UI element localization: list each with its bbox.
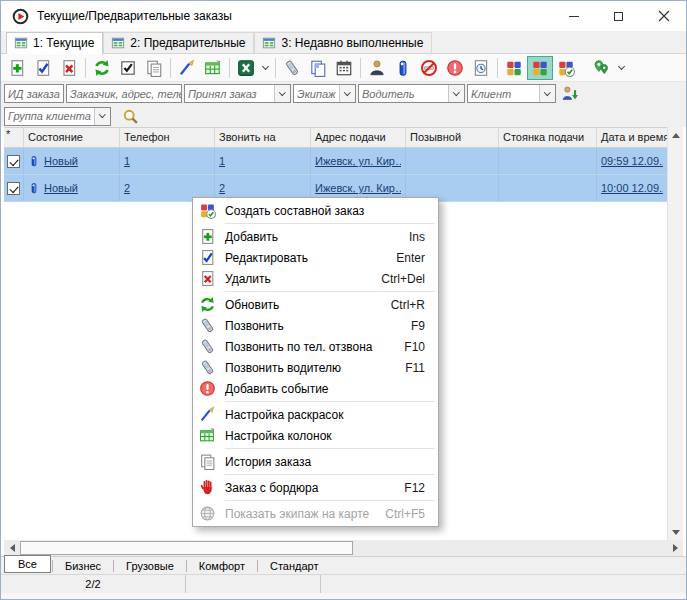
call-button[interactable] bbox=[279, 56, 305, 80]
add-order-button[interactable] bbox=[4, 56, 30, 80]
category-tab-comfort[interactable]: Комфорт bbox=[188, 558, 256, 574]
menu-item-call-callback[interactable]: Позвонить по тел. отзвона F10 bbox=[193, 336, 438, 357]
accepted-by-filter-combo[interactable]: Принял заказ bbox=[184, 84, 291, 103]
delete-order-button[interactable] bbox=[56, 56, 82, 80]
tab-preliminary-orders[interactable]: 2: Предварительные bbox=[103, 32, 254, 53]
export-excel-button[interactable] bbox=[233, 56, 259, 80]
refresh-button[interactable] bbox=[89, 56, 115, 80]
scroll-left-button[interactable] bbox=[4, 540, 20, 556]
menu-item-add-event[interactable]: Добавить событие bbox=[193, 378, 438, 399]
crews-on-map-button[interactable] bbox=[527, 56, 553, 80]
export-excel-dropdown[interactable] bbox=[259, 56, 272, 80]
scroll-up-button[interactable] bbox=[668, 127, 683, 143]
column-header-address[interactable]: Адрес подачи bbox=[311, 128, 406, 147]
row-checkbox[interactable] bbox=[7, 155, 20, 168]
operator-button[interactable] bbox=[364, 56, 390, 80]
column-header-stand[interactable]: Стоянка подачи bbox=[499, 128, 597, 147]
copy-phone-button[interactable] bbox=[305, 56, 331, 80]
datetime-link[interactable]: 10:00 12.09.2 bbox=[601, 182, 663, 194]
vertical-scroll-track[interactable] bbox=[668, 143, 683, 524]
menu-item-call-driver[interactable]: Позвонить водителю F11 bbox=[193, 357, 438, 378]
search-button[interactable] bbox=[119, 106, 141, 126]
menu-item-label: История заказа bbox=[225, 455, 416, 469]
crew-status-button[interactable] bbox=[553, 56, 579, 80]
crews-button[interactable] bbox=[501, 56, 527, 80]
order-id-filter-input[interactable]: ИД заказа bbox=[4, 84, 64, 103]
menu-item-refresh[interactable]: Обновить Ctrl+R bbox=[193, 294, 438, 315]
call-to-link[interactable]: 1 bbox=[219, 155, 225, 167]
menu-item-edit[interactable]: Редактировать Enter bbox=[193, 247, 438, 268]
menu-item-create-composite-order[interactable]: Создать составной заказ bbox=[193, 200, 438, 221]
menu-item-order-history[interactable]: История заказа bbox=[193, 451, 438, 472]
add-event-button[interactable] bbox=[442, 56, 468, 80]
category-tab-cargo[interactable]: Грузовые bbox=[115, 558, 185, 574]
column-header-datetime[interactable]: Дата и время bbox=[597, 128, 667, 147]
refresh-icon bbox=[93, 59, 111, 77]
phone-icon bbox=[199, 359, 216, 376]
menu-item-column-settings[interactable]: Настройка колонок bbox=[193, 425, 438, 446]
column-header-status[interactable]: Состояние bbox=[24, 128, 120, 147]
column-header-phone[interactable]: Телефон bbox=[120, 128, 215, 147]
customer-filter-input[interactable]: Заказчик, адрес, телеф bbox=[66, 84, 182, 103]
menu-item-color-settings[interactable]: Настройка раскрасок bbox=[193, 404, 438, 425]
client-lookup-button[interactable] bbox=[558, 84, 580, 104]
driver-filter-value: Водитель bbox=[359, 88, 448, 100]
dropdown-arrow-icon[interactable] bbox=[274, 85, 290, 102]
geo-pins-button[interactable] bbox=[589, 56, 615, 80]
block-client-button[interactable] bbox=[416, 56, 442, 80]
category-tab-business[interactable]: Бизнес bbox=[54, 558, 112, 574]
menu-item-call[interactable]: Позвонить F9 bbox=[193, 315, 438, 336]
category-tab-standard[interactable]: Стандарт bbox=[259, 558, 330, 574]
edit-order-button[interactable] bbox=[30, 56, 56, 80]
close-button[interactable] bbox=[641, 1, 686, 31]
crew-filter-combo[interactable]: Экипаж bbox=[293, 84, 356, 103]
dropdown-arrow-icon[interactable] bbox=[539, 85, 555, 102]
arrow-up-icon bbox=[672, 133, 680, 138]
scroll-right-button[interactable] bbox=[667, 540, 683, 556]
row-checkbox[interactable] bbox=[7, 182, 20, 195]
menu-item-delete[interactable]: Удалить Ctrl+Del bbox=[193, 268, 438, 289]
status-link[interactable]: Новый bbox=[44, 155, 78, 167]
copy-order-button[interactable] bbox=[141, 56, 167, 80]
phone-link[interactable]: 2 bbox=[124, 182, 130, 194]
vertical-scrollbar[interactable] bbox=[667, 127, 683, 540]
client-filter-combo[interactable]: Клиент bbox=[467, 84, 556, 103]
menu-item-shortcut: Ctrl+Del bbox=[381, 272, 425, 286]
client-group-filter-combo[interactable]: Группа клиента bbox=[4, 107, 111, 126]
select-mode-button[interactable] bbox=[115, 56, 141, 80]
geo-pins-dropdown[interactable] bbox=[615, 56, 628, 80]
horizontal-scroll-thumb[interactable] bbox=[20, 541, 353, 555]
dropdown-arrow-icon[interactable] bbox=[448, 85, 464, 102]
call-to-link[interactable]: 2 bbox=[219, 182, 225, 194]
column-header-check[interactable]: * bbox=[4, 128, 24, 147]
scroll-down-button[interactable] bbox=[668, 524, 683, 540]
minimize-button[interactable] bbox=[551, 1, 596, 31]
menu-item-add[interactable]: Добавить Ins bbox=[193, 226, 438, 247]
category-tab-all[interactable]: Все bbox=[4, 555, 51, 573]
table-tab-icon bbox=[262, 36, 276, 50]
dropdown-arrow-icon[interactable] bbox=[94, 108, 110, 125]
column-header-callsign[interactable]: Позывной bbox=[406, 128, 499, 147]
color-settings-button[interactable] bbox=[174, 56, 200, 80]
dropdown-arrow-icon[interactable] bbox=[339, 85, 355, 102]
column-settings-button[interactable] bbox=[200, 56, 226, 80]
calendar-button[interactable] bbox=[331, 56, 357, 80]
order-info-button[interactable] bbox=[390, 56, 416, 80]
status-link[interactable]: Новый bbox=[44, 182, 78, 194]
phone-link[interactable]: 1 bbox=[124, 155, 130, 167]
datetime-link[interactable]: 09:59 12.09.2 bbox=[601, 155, 663, 167]
menu-item-label: Заказ с бордюра bbox=[225, 481, 395, 495]
address-link[interactable]: Ижевск, ул. Кир… bbox=[315, 155, 401, 167]
address-link[interactable]: Ижевск, ул. Кир… bbox=[315, 182, 401, 194]
tab-current-orders[interactable]: 1: Текущие bbox=[6, 32, 103, 54]
tab-recently-completed[interactable]: 3: Недавно выполненные bbox=[254, 32, 432, 53]
order-time-button[interactable] bbox=[468, 56, 494, 80]
table-row[interactable]: Новый 1 1 Ижевск, ул. Кир… 09:59 12.09.2 bbox=[4, 148, 667, 175]
maximize-button[interactable] bbox=[596, 1, 641, 31]
table-tab-icon bbox=[111, 36, 125, 50]
menu-item-curbside-order[interactable]: Заказ с бордюра F12 bbox=[193, 477, 438, 498]
column-header-call-to[interactable]: Звонить на bbox=[215, 128, 311, 147]
horizontal-scrollbar[interactable] bbox=[4, 540, 683, 556]
driver-filter-combo[interactable]: Водитель bbox=[358, 84, 465, 103]
chevron-down-icon bbox=[618, 62, 625, 69]
